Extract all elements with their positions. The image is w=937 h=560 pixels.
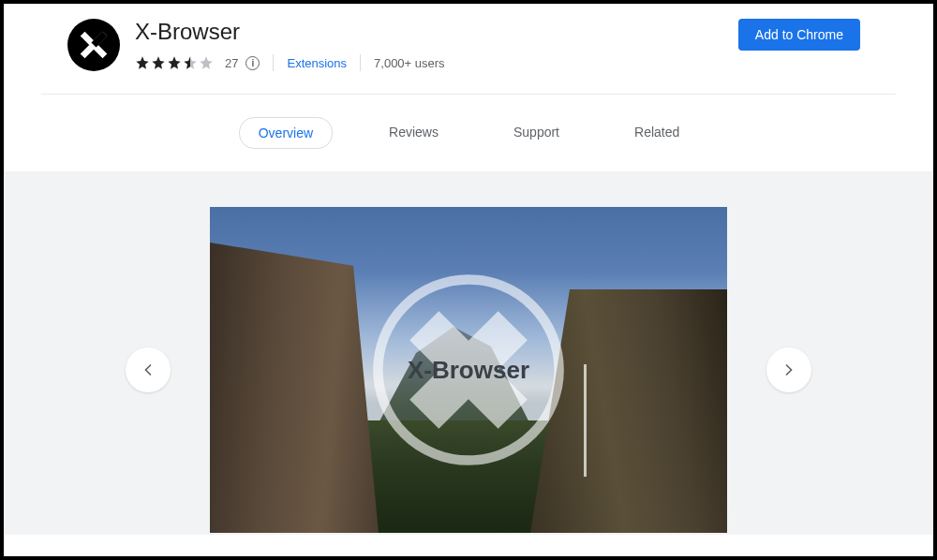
users-count: 7,000+ users [374,56,445,70]
meta-row: 27 i Extensions 7,000+ users [135,54,445,71]
gallery-prev-button[interactable] [126,347,171,392]
tab-reviews[interactable]: Reviews [370,117,457,149]
tab-overview[interactable]: Overview [239,117,333,149]
category-link[interactable]: Extensions [287,56,347,70]
screenshot-image: X-Browser [210,207,727,533]
tab-related[interactable]: Related [616,117,698,149]
header-info: X-Browser 27 i Extensions 7,000+ users [135,19,445,71]
screenshot-bg-waterfall [584,364,587,477]
screenshot-bg-cliff-left [210,243,379,533]
divider [273,54,274,71]
tab-support[interactable]: Support [495,117,578,149]
gallery-next-button[interactable] [766,347,811,392]
rating-count[interactable]: 27 [225,56,238,70]
tabs-nav: Overview Reviews Support Related [4,95,933,171]
screenshot-gallery: X-Browser [4,171,933,535]
header: X-Browser 27 i Extensions 7,000+ users A… [4,4,933,71]
divider [360,54,361,71]
chevron-left-icon [139,361,157,379]
app-logo-icon [67,19,120,71]
extension-title: X-Browser [135,19,445,45]
header-left: X-Browser 27 i Extensions 7,000+ users [67,19,445,71]
info-icon[interactable]: i [245,56,260,70]
chevron-right-icon [780,361,798,379]
add-to-chrome-button[interactable]: Add to Chrome [738,19,860,51]
overlay-text: X-Browser [408,356,529,385]
rating-stars[interactable] [135,55,214,70]
